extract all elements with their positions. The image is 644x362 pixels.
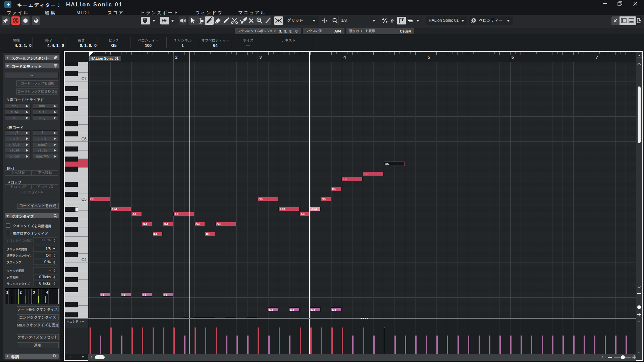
svg-text:S: S: [14, 18, 17, 23]
